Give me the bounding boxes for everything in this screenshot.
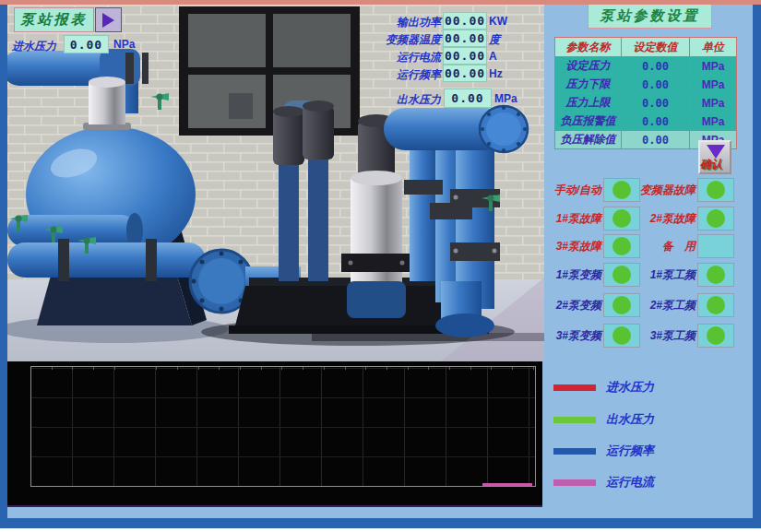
param-name: 设定压力	[555, 57, 622, 76]
table-row: 压力上限 0.00 MPa	[555, 94, 737, 112]
run-frequency-label: 运行频率	[376, 67, 441, 83]
pump1-mains-label: 1#泵工频	[638, 267, 696, 283]
col-set-value: 设定数值	[622, 38, 690, 57]
param-value[interactable]: 0.00	[622, 112, 690, 131]
output-power-label: 输出功率	[376, 15, 441, 30]
lamp-green	[707, 296, 725, 314]
pump1-fault-lamp	[603, 207, 640, 231]
legend-label-current: 运行电流	[606, 474, 654, 491]
pump3-mains-lamp	[697, 324, 734, 348]
lamp-green	[612, 209, 631, 228]
legend-label-inlet: 进水压力	[606, 379, 654, 396]
legend-swatch-inlet	[553, 384, 596, 391]
param-value[interactable]: 0.00	[622, 76, 690, 94]
spare-lamp-empty	[697, 234, 734, 258]
confirm-label: 确认	[700, 157, 722, 172]
legend-swatch-outlet	[553, 417, 596, 423]
lamp-green	[612, 326, 631, 345]
inverter-temp-label: 变频器温度	[376, 32, 441, 48]
param-unit: MPa	[690, 112, 737, 131]
pump2-mains-label: 2#泵工频	[638, 298, 696, 313]
col-param-name: 参数名称	[555, 38, 622, 57]
chrome-pump-column	[341, 171, 411, 318]
settings-table-header: 参数名称 设定数值 单位	[555, 38, 737, 57]
lamp-green	[707, 181, 725, 199]
pump2-vfd-label: 2#泵变频	[544, 298, 601, 313]
col-unit: 单位	[690, 38, 737, 57]
pump2-mains-lamp	[697, 293, 734, 317]
param-name: 负压解除值	[555, 131, 622, 149]
pump1-vfd-label: 1#泵变频	[544, 267, 601, 283]
legend-label-frequency: 运行频率	[606, 443, 654, 459]
output-power-unit: KW	[489, 15, 507, 28]
outlet-pressure-value: 0.00	[444, 89, 492, 108]
table-row: 负压报警值 0.00 MPa	[555, 112, 737, 131]
pump1-vfd-lamp	[603, 263, 640, 287]
report-play-button[interactable]	[95, 7, 122, 32]
pump3-vfd-label: 3#泵变频	[544, 328, 601, 344]
inverter-fault-label: 变频器故障	[638, 183, 696, 198]
lamp-green	[707, 326, 725, 345]
pump3-vfd-lamp	[603, 324, 640, 348]
legend-swatch-frequency	[553, 448, 596, 455]
output-power-value: 00.00	[443, 12, 487, 30]
param-name: 压力上限	[555, 94, 622, 112]
lamp-green	[612, 237, 631, 255]
lamp-green	[612, 266, 631, 284]
legend-swatch-current	[553, 479, 596, 486]
param-value[interactable]: 0.00	[622, 94, 690, 112]
run-current-trace	[482, 483, 532, 486]
inverter-fault-lamp	[697, 178, 734, 202]
lamp-green	[707, 209, 725, 228]
param-unit: MPa	[690, 94, 737, 112]
pump3-mains-label: 3#泵工频	[638, 328, 696, 344]
pump2-fault-label: 2#泵故障	[638, 211, 696, 227]
pump2-vfd-lamp	[603, 293, 640, 317]
legend-label-outlet: 出水压力	[606, 411, 654, 428]
inverter-temp-unit: 度	[489, 32, 500, 48]
manual-auto-label: 手动/自动	[544, 183, 601, 198]
run-current-value: 00.00	[443, 47, 487, 65]
frame-bottom	[0, 518, 761, 528]
inlet-pressure-value: 0.00	[64, 35, 109, 53]
manual-auto-lamp	[603, 178, 640, 202]
frame-left	[0, 5, 7, 521]
lamp-green	[612, 181, 631, 199]
plot-top-ticks	[31, 367, 535, 370]
pump1-fault-label: 1#泵故障	[544, 211, 601, 227]
settings-table: 参数名称 设定数值 单位 设定压力 0.00 MPa 压力下限 0.00 MPa…	[554, 37, 737, 149]
pump3-fault-lamp	[603, 234, 640, 258]
frame-top	[0, 0, 761, 5]
param-name: 压力下限	[555, 76, 622, 94]
outlet-pressure-label: 出水压力	[391, 92, 441, 108]
param-unit: MPa	[690, 57, 737, 76]
param-value[interactable]: 0.00	[622, 57, 690, 76]
hmi-screen: 泵站报表 进水压力 0.00 NPa 输出功率 00.00 KW 变频器温度 0…	[0, 0, 761, 532]
pump2-fault-lamp	[697, 207, 734, 231]
lamp-green	[612, 296, 631, 314]
spare-label: 备 用	[638, 239, 696, 254]
inlet-pressure-unit: NPa	[113, 38, 135, 51]
run-frequency-value: 00.00	[443, 65, 487, 82]
run-current-unit: A	[489, 50, 497, 63]
frame-right	[753, 5, 761, 521]
trend-chart	[7, 361, 542, 507]
report-button[interactable]: 泵站报表	[14, 7, 94, 32]
inlet-pressure-label: 进水压力	[12, 39, 56, 54]
table-row: 压力下限 0.00 MPa	[555, 76, 737, 94]
param-name: 负压报警值	[555, 112, 622, 131]
play-triangle-icon	[102, 13, 114, 28]
run-frequency-unit: Hz	[489, 67, 503, 80]
pump1-mains-lamp	[697, 263, 734, 287]
outlet-pressure-unit: MPa	[494, 92, 517, 105]
trend-plot-area	[30, 366, 536, 487]
confirm-button[interactable]: 确认	[698, 140, 731, 174]
lamp-green	[707, 266, 725, 284]
pump3-fault-label: 3#泵故障	[544, 239, 601, 254]
param-unit: MPa	[690, 76, 737, 94]
inverter-temp-value: 00.00	[443, 30, 487, 47]
run-current-label: 运行电流	[376, 50, 441, 65]
table-row: 设定压力 0.00 MPa	[555, 57, 737, 76]
settings-panel-title: 泵站参数设置	[588, 4, 712, 29]
param-value[interactable]: 0.00	[622, 131, 690, 149]
